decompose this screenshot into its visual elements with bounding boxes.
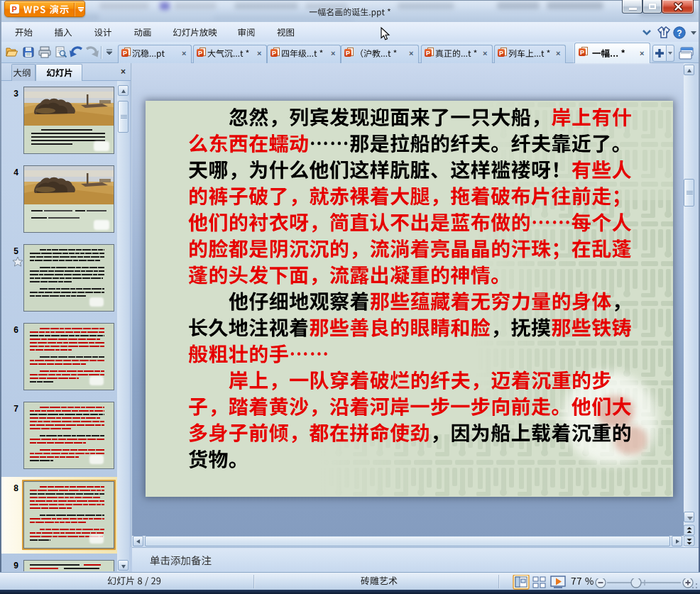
svg-text:P: P	[426, 50, 430, 57]
svg-text:P: P	[580, 49, 584, 56]
svg-text:P: P	[499, 50, 503, 57]
svg-text:?: ?	[677, 28, 682, 38]
svg-text:P: P	[272, 50, 276, 57]
svg-text:P: P	[346, 50, 350, 57]
svg-text:P: P	[198, 50, 202, 57]
svg-text:P: P	[123, 50, 127, 57]
